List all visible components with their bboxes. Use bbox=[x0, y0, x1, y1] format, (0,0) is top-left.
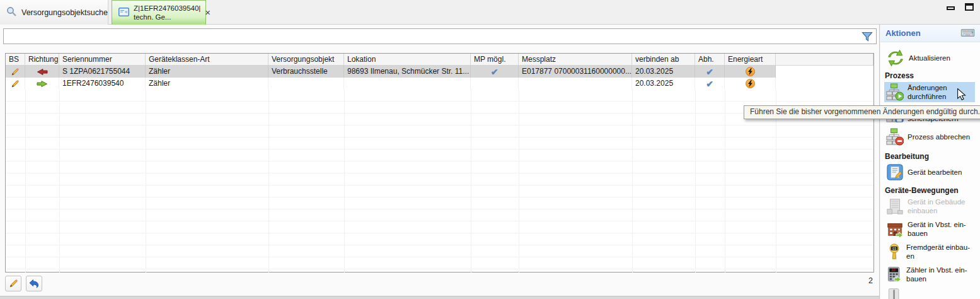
section-prozess: Prozess bbox=[885, 71, 980, 80]
device-table: BS Richtung Seriennummer Geräteklassen-A… bbox=[5, 53, 874, 273]
cell-versorgungsobjekt bbox=[268, 78, 344, 90]
energieart-strom-icon bbox=[725, 78, 776, 90]
edit-device-icon bbox=[886, 163, 904, 181]
action-label: Fremdgerät einbau- en bbox=[906, 243, 970, 261]
filter-funnel-icon[interactable] bbox=[862, 32, 873, 44]
search-icon bbox=[6, 6, 17, 19]
column-header-verbinden-ab[interactable]: verbinden ab bbox=[632, 54, 695, 66]
table-row[interactable]: 1EFR2476039540 Zähler 20.03.2025 ✔ bbox=[6, 78, 873, 90]
meter-install-icon: 10: bbox=[886, 266, 902, 283]
column-header-messplatz[interactable]: Messplatz bbox=[519, 54, 632, 66]
cell-messplatz: E017877 07000031160000000... bbox=[519, 66, 632, 78]
cell-messplatz bbox=[519, 78, 632, 90]
process-execute-icon bbox=[886, 83, 904, 101]
column-header-bs[interactable]: BS bbox=[6, 54, 25, 66]
column-header-lokation[interactable]: Lokation bbox=[344, 54, 471, 66]
tab-label: Versorgungsobjektsuche bbox=[21, 8, 108, 17]
column-header-mp-moegl[interactable]: MP mögl. bbox=[471, 54, 519, 66]
table-row[interactable]: S 1ZPA0621755044 Zähler Verbrauchsstelle… bbox=[6, 66, 873, 78]
action-aktualisieren[interactable]: Aktualisieren bbox=[884, 47, 975, 69]
abh-check-icon: ✔ bbox=[695, 66, 725, 78]
tab-bar: Versorgungsobjektsuche Z|1EFR2476039540|… bbox=[0, 0, 980, 25]
action-label: Prozess abbrechen bbox=[908, 132, 970, 141]
action-zaehler-in-vbst-einbauen[interactable]: 10: Zähler in Vbst. ein- bauen bbox=[884, 264, 975, 284]
action-label: Änderungen durchführen bbox=[908, 83, 947, 101]
building-icon bbox=[886, 197, 904, 215]
column-header-filler bbox=[776, 54, 873, 66]
action-geraet-in-gebaeude-einbauen: Gerät in Gebäude einbauen bbox=[884, 196, 975, 216]
actions-panel: Aktionen ⌨ Aktualisieren Prozess bbox=[880, 25, 980, 299]
house-install-icon bbox=[886, 220, 904, 238]
action-geraet-in-vbst-einbauen[interactable]: Gerät in Vbst. ein- bauen bbox=[884, 219, 975, 239]
mp-moegl-check-icon: ✔ bbox=[471, 66, 519, 78]
edit-button[interactable] bbox=[5, 276, 21, 291]
cell-seriennummer: 1EFR2476039540 bbox=[59, 78, 146, 90]
svg-text:10:: 10: bbox=[891, 268, 896, 272]
mouse-cursor bbox=[957, 88, 966, 102]
cell-seriennummer: S 1ZPA0621755044 bbox=[59, 66, 146, 78]
cell-geraeteklassen-art: Zähler bbox=[146, 78, 268, 90]
undo-button[interactable] bbox=[26, 276, 42, 291]
action-label: Gerät bearbeiten bbox=[908, 168, 962, 177]
actions-panel-title: Aktionen bbox=[885, 28, 921, 38]
section-geraete-bewegungen: Geräte-Bewegungen bbox=[885, 186, 980, 195]
cell-geraeteklassen-art: Zähler bbox=[146, 66, 268, 78]
tooltip: Führen Sie die bisher vorgenommenen Ände… bbox=[744, 105, 980, 119]
action-partial-clipped[interactable] bbox=[884, 286, 975, 299]
column-header-abh[interactable]: Abh. bbox=[695, 54, 725, 66]
refresh-icon bbox=[886, 49, 905, 67]
filter-input[interactable] bbox=[4, 29, 876, 44]
process-cancel-icon bbox=[886, 128, 904, 146]
cell-verbinden-ab: 20.03.2025 bbox=[632, 78, 695, 90]
tab-label: Z|1EFR2476039540| techn. Ge... bbox=[134, 4, 200, 21]
tab-technical-device[interactable]: Z|1EFR2476039540| techn. Ge... × bbox=[112, 0, 206, 25]
device-form-icon bbox=[118, 8, 129, 18]
close-icon[interactable]: × bbox=[205, 8, 210, 17]
direction-right-arrow-icon bbox=[25, 78, 59, 90]
column-header-versorgungsobjekt[interactable]: Versorgungsobjekt bbox=[268, 54, 344, 66]
action-label: Zähler in Vbst. ein- bauen bbox=[906, 266, 967, 283]
direction-left-arrow-icon bbox=[25, 66, 59, 78]
svg-text:03: 03 bbox=[892, 247, 896, 250]
filter-row bbox=[3, 28, 877, 44]
keyboard-icon[interactable]: ⌨ bbox=[960, 27, 975, 39]
column-header-richtung[interactable]: Richtung bbox=[25, 54, 59, 66]
action-aenderungen-durchfuehren[interactable]: Änderungen durchführen bbox=[884, 82, 975, 102]
action-prozess-abbrechen[interactable]: Prozess abbrechen bbox=[884, 127, 975, 147]
cell-lokation bbox=[344, 78, 471, 90]
section-bearbeitung: Bearbeitung bbox=[885, 152, 980, 161]
cell-lokation: 98693 Ilmenau, Schmücker Str. 11... bbox=[344, 66, 471, 78]
cell-verbinden-ab: 20.03.2025 bbox=[632, 66, 695, 78]
column-header-seriennummer[interactable]: Seriennummer bbox=[59, 54, 146, 66]
action-label: Aktualisieren bbox=[909, 54, 950, 62]
abh-check-icon: ✔ bbox=[695, 78, 725, 90]
maximize-button[interactable] bbox=[965, 3, 974, 11]
actions-panel-header: Aktionen ⌨ bbox=[880, 25, 980, 42]
cell-versorgungsobjekt: Verbrauchsstelle bbox=[268, 66, 344, 78]
edit-pencil-icon[interactable] bbox=[6, 78, 25, 90]
record-count: 2 bbox=[854, 276, 873, 285]
edit-pencil-icon[interactable] bbox=[6, 66, 25, 78]
action-geraet-bearbeiten[interactable]: Gerät bearbeiten bbox=[884, 162, 975, 182]
foreign-device-icon: 03 bbox=[886, 243, 902, 261]
column-header-energieart[interactable]: Energieart bbox=[725, 54, 776, 66]
cell-mp-moegl-empty bbox=[471, 78, 519, 90]
column-header-geraeteklassen-art[interactable]: Geräteklassen-Art bbox=[146, 54, 268, 66]
action-label: Gerät in Vbst. ein- bauen bbox=[908, 220, 966, 238]
action-label: Gerät in Gebäude einbauen bbox=[908, 197, 965, 215]
main-panel: BS Richtung Seriennummer Geräteklassen-A… bbox=[0, 25, 880, 299]
tab-versorgungsobjektsuche[interactable]: Versorgungsobjektsuche bbox=[0, 0, 108, 25]
partial-action-icon bbox=[886, 287, 902, 299]
minimize-button[interactable] bbox=[947, 6, 955, 10]
action-fremdgeraet-einbauen[interactable]: 03 Fremdgerät einbau- en bbox=[884, 242, 975, 262]
status-strip bbox=[0, 296, 879, 299]
table-header-row: BS Richtung Seriennummer Geräteklassen-A… bbox=[6, 54, 873, 66]
energieart-strom-icon bbox=[725, 66, 776, 78]
